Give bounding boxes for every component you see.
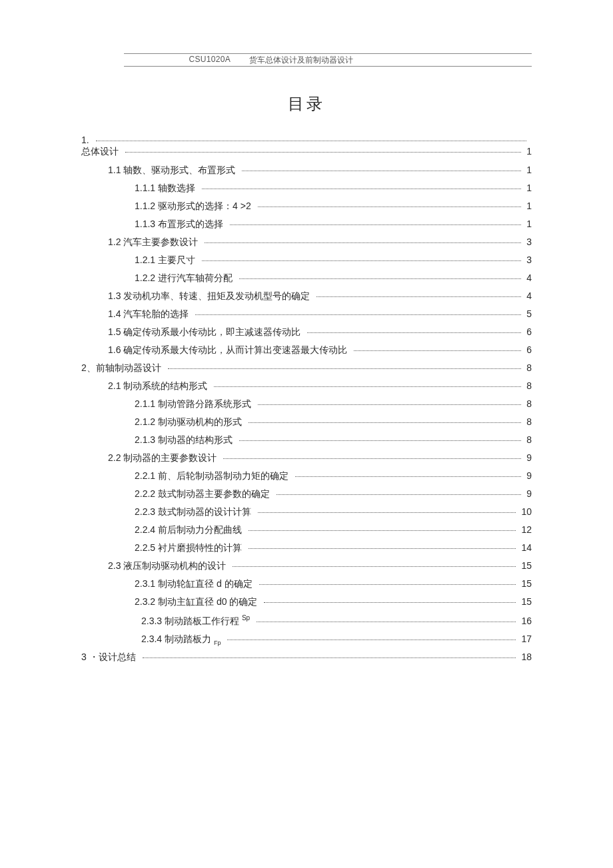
- toc-leader-dots: [257, 622, 516, 622]
- toc-label: 2.1.3 制动器的结构形式: [135, 434, 237, 446]
- toc-entry: 1.1.3 布置形式的选择1: [135, 218, 532, 230]
- toc-leader-dots: [239, 278, 521, 279]
- toc-entry: 2、前轴制动器设计8: [81, 362, 532, 374]
- toc-page-number: 8: [524, 434, 532, 445]
- toc-entry: 1.5 确定传动系最小传动比，即主减速器传动比6: [108, 326, 532, 338]
- toc-page-number: 1: [524, 183, 532, 193]
- toc-label: 1.1.1 轴数选择: [135, 183, 199, 195]
- toc-label: 2.2 制动器的主要参数设计: [108, 452, 221, 464]
- toc-label: 2.3.1 制动轮缸直径 d 的确定: [135, 578, 257, 590]
- toc-entry: 1.4 汽车轮胎的选择5: [108, 308, 532, 320]
- toc-entry: 3 ・设计总结18: [81, 651, 532, 663]
- toc-label: 2.1 制动系统的结构形式: [108, 380, 211, 392]
- toc-page-number: 1: [524, 146, 532, 157]
- toc-label: 1.1 轴数、驱动形式、布置形式: [108, 165, 239, 177]
- toc-page-number: 15: [518, 596, 532, 607]
- toc-page-number: 17: [518, 634, 532, 644]
- toc-page-number: 3: [524, 254, 532, 265]
- toc-label: 1.2 汽车主要参数设计: [108, 236, 202, 248]
- toc-leader-dots: [125, 152, 521, 153]
- toc-entry: 2.3.1 制动轮缸直径 d 的确定15: [135, 578, 532, 590]
- toc-entry: 2.3.3 制动踏板工作行程 Sp16: [141, 614, 532, 628]
- toc-label: 1.2.2 进行汽车轴荷分配: [135, 272, 237, 284]
- toc-leader-dots: [233, 566, 516, 567]
- toc-page-number: 12: [518, 524, 532, 535]
- toc-page-number: 18: [518, 651, 532, 662]
- toc-page-number: 1: [524, 201, 532, 211]
- toc-page-number: 8: [524, 398, 532, 409]
- toc-label: 2.3.4 制动踏板力 Fp: [141, 634, 225, 646]
- toc-leader-dots: [223, 458, 521, 459]
- toc-entry: 1.3 发动机功率、转速、扭矩及发动机型号的确定4: [108, 290, 532, 302]
- toc-leader-dots: [354, 350, 521, 351]
- toc-label: 1.: [81, 135, 93, 145]
- toc-leader-dots: [195, 314, 521, 315]
- toc-leader-dots: [205, 242, 521, 243]
- toc-label: 2.1.2 制动驱动机构的形式: [135, 416, 246, 428]
- toc-entry: 1.2.2 进行汽车轴荷分配4: [135, 272, 532, 284]
- page-header: CSU1020A 货车总体设计及前制动器设计: [81, 53, 532, 67]
- toc-label: 1.1.3 布置形式的选择: [135, 218, 227, 230]
- toc-entry: 2.3 液压制动驱动机构的设计15: [108, 560, 532, 572]
- toc-leader-dots: [202, 189, 521, 189]
- toc-leader-dots: [143, 657, 516, 658]
- toc-label: 2.3 液压制动驱动机构的设计: [108, 560, 230, 572]
- toc-entry: 1.6 确定传动系最大传动比，从而计算出变速器最大传动比6: [108, 344, 532, 356]
- header-code: CSU1020A: [124, 53, 233, 67]
- toc-page-number: 15: [518, 560, 532, 571]
- toc-label: 2.2.2 鼓式制动器主要参数的确定: [135, 488, 274, 500]
- toc-label: 3 ・设计总结: [81, 651, 140, 663]
- toc-entry: 2.2.1 前、后轮制动器制动力矩的确定9: [135, 470, 532, 482]
- toc-label: 1.4 汽车轮胎的选择: [108, 308, 193, 320]
- toc-page-number: 16: [518, 616, 532, 626]
- toc-entry: 1.1.2 驱动形式的选择：4 >21: [135, 201, 532, 213]
- table-of-contents: 1.总体设计11.1 轴数、驱动形式、布置形式11.1.1 轴数选择11.1.2…: [81, 135, 532, 663]
- toc-leader-dots: [316, 296, 521, 297]
- toc-page-number: 15: [518, 578, 532, 589]
- toc-page-number: 3: [524, 236, 532, 247]
- toc-entry: 2.2.5 衬片磨损特性的计算14: [135, 542, 532, 554]
- toc-entry: 1.1.1 轴数选择1: [135, 183, 532, 195]
- toc-entry: 总体设计1: [81, 146, 532, 158]
- toc-leader-dots: [239, 440, 521, 441]
- toc-leader-dots: [202, 260, 521, 261]
- header-title: 货车总体设计及前制动器设计: [233, 53, 532, 67]
- toc-label: 2.2.3 鼓式制动器的设计计算: [135, 506, 255, 518]
- toc-stacked-entry: 1.总体设计1: [81, 135, 532, 158]
- toc-label: 1.1.2 驱动形式的选择：4 >2: [135, 201, 255, 213]
- toc-entry: 2.2.3 鼓式制动器的设计计算10: [135, 506, 532, 518]
- toc-entry: 2.3.4 制动踏板力 Fp17: [141, 634, 532, 646]
- toc-label: 2.2.4 前后制动力分配曲线: [135, 524, 246, 536]
- toc-page-number: 14: [518, 542, 532, 553]
- toc-leader-dots: [227, 640, 516, 640]
- toc-label: 1.5 确定传动系最小传动比，即主减速器传动比: [108, 326, 305, 338]
- toc-page-number: 9: [524, 470, 532, 481]
- toc-entry: 2.2.4 前后制动力分配曲线12: [135, 524, 532, 536]
- toc-page-number: 9: [524, 452, 532, 463]
- toc-leader-dots: [258, 404, 521, 405]
- toc-label: 2.3.3 制动踏板工作行程 Sp: [141, 614, 254, 628]
- toc-label: 2.2.1 前、后轮制动器制动力矩的确定: [135, 470, 293, 482]
- toc-leader-dots: [295, 476, 521, 477]
- toc-page-number: 8: [524, 380, 532, 391]
- toc-entry: 2.2 制动器的主要参数设计9: [108, 452, 532, 464]
- toc-leader-dots: [277, 494, 521, 495]
- toc-page-number: 5: [524, 308, 532, 319]
- toc-page-number: 8: [524, 362, 532, 373]
- toc-leader-dots: [249, 422, 521, 423]
- toc-page-number: 6: [524, 326, 532, 337]
- toc-leader-dots: [249, 548, 516, 549]
- toc-label: 总体设计: [81, 146, 123, 158]
- toc-page-number: 10: [518, 506, 532, 517]
- toc-entry: 1.: [81, 135, 532, 145]
- toc-entry: 2.1.3 制动器的结构形式8: [135, 434, 532, 446]
- toc-leader-dots: [259, 584, 516, 585]
- toc-leader-dots: [242, 171, 521, 171]
- toc-title: 目录: [81, 93, 532, 115]
- toc-leader-dots: [96, 141, 526, 141]
- toc-label: 2.2.5 衬片磨损特性的计算: [135, 542, 246, 554]
- toc-entry: 2.2.2 鼓式制动器主要参数的确定9: [135, 488, 532, 500]
- toc-page-number: 8: [524, 416, 532, 427]
- toc-page-number: 4: [524, 272, 532, 283]
- toc-label: 1.6 确定传动系最大传动比，从而计算出变速器最大传动比: [108, 344, 351, 356]
